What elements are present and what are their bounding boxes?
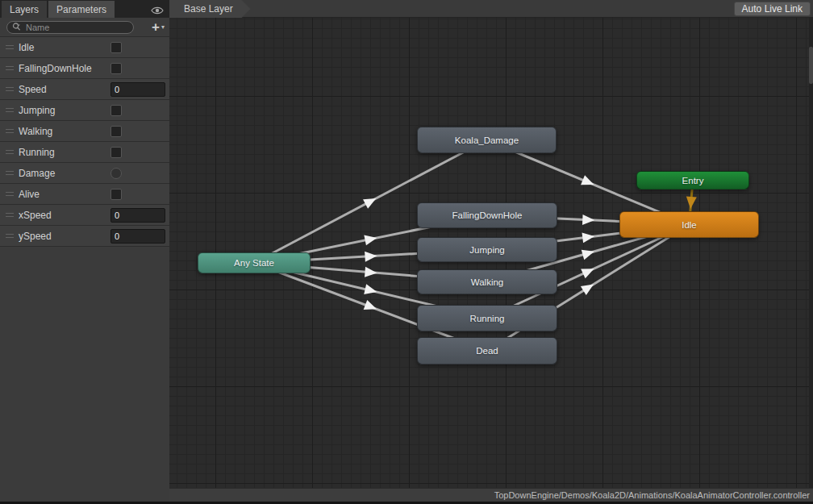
- drag-handle-icon[interactable]: [6, 129, 14, 133]
- drag-handle-icon[interactable]: [6, 234, 14, 238]
- plus-icon: +: [152, 22, 160, 33]
- breadcrumb-base-layer[interactable]: Base Layer: [169, 0, 251, 18]
- state-node-falling[interactable]: FallingDownHole: [417, 202, 557, 228]
- state-node-dead[interactable]: Dead: [417, 337, 557, 364]
- asset-path: TopDownEngine/Demos/Koala2D/Animations/K…: [494, 490, 810, 500]
- parameter-row-walking[interactable]: Walking: [0, 121, 169, 142]
- parameter-name: Walking: [19, 126, 110, 137]
- parameter-checkbox[interactable]: [110, 126, 122, 137]
- search-input[interactable]: Name: [6, 21, 134, 34]
- parameter-row-running[interactable]: Running: [0, 142, 169, 163]
- parameter-name: Jumping: [19, 105, 110, 116]
- transition-arrow-icon[interactable]: [582, 231, 595, 244]
- parameter-search-row: Name + ▾: [0, 18, 169, 37]
- chevron-down-icon: ▾: [161, 23, 165, 31]
- auto-live-link-button[interactable]: Auto Live Link: [734, 2, 811, 16]
- parameter-checkbox[interactable]: [110, 105, 122, 116]
- state-node-koala-damage[interactable]: Koala_Damage: [417, 127, 557, 153]
- parameter-value-field[interactable]: 0: [110, 229, 165, 244]
- parameter-name: FallingDownHole: [19, 63, 110, 74]
- parameter-value-field[interactable]: 0: [110, 208, 165, 223]
- drag-handle-icon[interactable]: [6, 45, 14, 49]
- drag-handle-icon[interactable]: [6, 66, 14, 70]
- eye-icon[interactable]: [151, 4, 164, 14]
- state-node-idle[interactable]: Idle: [619, 211, 759, 238]
- parameter-row-speed[interactable]: Speed0: [0, 79, 169, 100]
- drag-handle-icon[interactable]: [6, 150, 14, 154]
- transition-arrow-icon[interactable]: [363, 194, 378, 209]
- side-panel-tab-bar: Layers Parameters: [0, 0, 169, 18]
- transition-arrow-icon[interactable]: [364, 300, 379, 314]
- parameter-row-xspeed[interactable]: xSpeed0: [0, 205, 169, 226]
- graph-canvas[interactable]: Koala_DamageFallingDownHoleJumpingWalkin…: [169, 18, 813, 488]
- drag-handle-icon[interactable]: [6, 192, 14, 196]
- transition-arrow-icon[interactable]: [686, 196, 697, 209]
- status-bar: TopDownEngine/Demos/Koala2D/Animations/K…: [169, 488, 813, 502]
- vertical-scrollbar[interactable]: [809, 18, 813, 488]
- parameter-row-alive[interactable]: Alive: [0, 184, 169, 205]
- parameter-list: IdleFallingDownHoleSpeed0JumpingWalkingR…: [0, 37, 169, 247]
- parameter-checkbox[interactable]: [110, 189, 122, 200]
- add-parameter-button[interactable]: + ▾: [152, 22, 165, 33]
- tab-layers[interactable]: Layers: [2, 1, 47, 18]
- parameter-name: xSpeed: [19, 210, 110, 221]
- parameter-row-damage[interactable]: Damage: [0, 163, 169, 184]
- transition-arrow-icon[interactable]: [365, 267, 377, 278]
- state-node-entry[interactable]: Entry: [636, 171, 749, 190]
- state-node-any-state[interactable]: Any State: [198, 252, 311, 273]
- parameter-trigger[interactable]: [110, 168, 122, 179]
- scrollbar-thumb[interactable]: [809, 47, 813, 84]
- transition-arrow-icon[interactable]: [581, 175, 596, 190]
- parameter-row-jumping[interactable]: Jumping: [0, 100, 169, 121]
- parameter-checkbox[interactable]: [110, 42, 122, 53]
- transition-arrow-icon[interactable]: [582, 247, 596, 260]
- parameter-checkbox[interactable]: [110, 147, 122, 158]
- parameter-checkbox[interactable]: [110, 63, 122, 74]
- parameter-name: ySpeed: [19, 231, 110, 242]
- tab-parameters[interactable]: Parameters: [48, 1, 115, 18]
- parameter-name: Idle: [19, 42, 110, 53]
- parameter-name: Alive: [19, 189, 110, 200]
- search-icon: [12, 20, 23, 35]
- unity-animator-window: Layers Parameters Name: [0, 0, 813, 504]
- drag-handle-icon[interactable]: [6, 171, 14, 175]
- graph-toolbar: Base Layer Auto Live Link: [169, 0, 813, 18]
- transition-arrow-icon[interactable]: [581, 264, 596, 278]
- parameter-row-idle[interactable]: Idle: [0, 37, 169, 58]
- parameter-name: Damage: [19, 168, 110, 179]
- parameter-name: Speed: [19, 84, 110, 95]
- transition-arrow-icon[interactable]: [581, 280, 597, 295]
- state-node-jumping[interactable]: Jumping: [417, 237, 557, 262]
- parameter-row-yspeed[interactable]: ySpeed0: [0, 226, 169, 247]
- state-node-walking[interactable]: Walking: [417, 269, 557, 294]
- drag-handle-icon[interactable]: [6, 87, 14, 91]
- parameter-value-field[interactable]: 0: [110, 82, 165, 97]
- transition-arrow-icon[interactable]: [365, 251, 377, 262]
- search-placeholder: Name: [26, 23, 49, 32]
- parameter-name: Running: [19, 147, 110, 158]
- parameter-row-fallingdownhole[interactable]: FallingDownHole: [0, 58, 169, 79]
- animator-side-panel: Layers Parameters Name: [0, 0, 169, 502]
- state-node-running[interactable]: Running: [417, 305, 557, 331]
- drag-handle-icon[interactable]: [6, 108, 14, 112]
- drag-handle-icon[interactable]: [6, 213, 14, 217]
- transition-arrow-icon[interactable]: [582, 215, 595, 226]
